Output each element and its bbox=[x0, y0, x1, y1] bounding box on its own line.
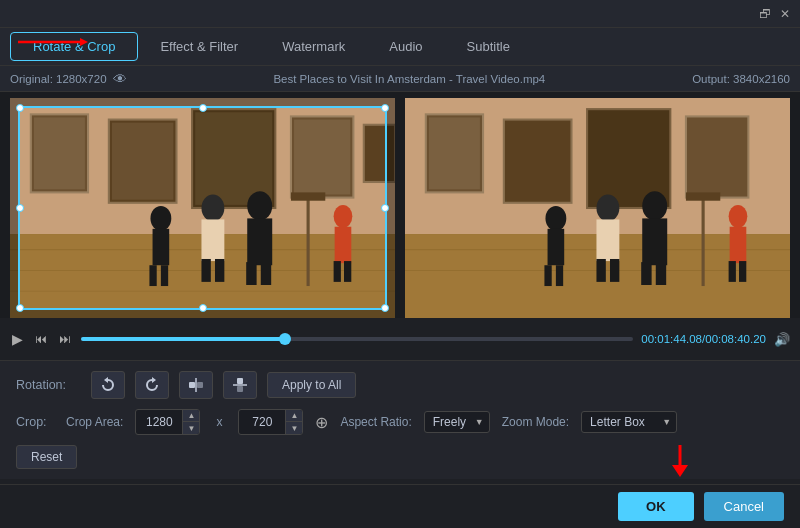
ok-button[interactable]: OK bbox=[618, 492, 694, 521]
video-filename: Best Places to Visit In Amsterdam - Trav… bbox=[273, 73, 545, 85]
video-previews bbox=[0, 92, 800, 318]
tab-bar: Rotate & Crop Effect & Filter Watermark … bbox=[0, 28, 800, 66]
svg-rect-27 bbox=[261, 262, 271, 285]
cancel-button[interactable]: Cancel bbox=[704, 492, 784, 521]
svg-rect-40 bbox=[504, 120, 572, 203]
zoom-mode-label: Zoom Mode: bbox=[502, 415, 569, 429]
aspect-ratio-label: Aspect Ratio: bbox=[340, 415, 411, 429]
svg-rect-62 bbox=[197, 382, 203, 388]
svg-rect-54 bbox=[656, 262, 666, 285]
svg-rect-46 bbox=[556, 265, 563, 286]
svg-rect-45 bbox=[544, 265, 551, 286]
video-info-bar: Original: 1280x720 👁 Best Places to Visi… bbox=[0, 66, 800, 92]
height-input-group: ▲ ▼ bbox=[238, 409, 303, 435]
svg-rect-14 bbox=[294, 120, 350, 195]
volume-icon[interactable]: 🔊 bbox=[774, 332, 790, 347]
rotation-row: Rotation: Apply to All bbox=[16, 371, 784, 399]
svg-rect-57 bbox=[729, 261, 736, 282]
play-button[interactable]: ▶ bbox=[10, 329, 25, 349]
svg-rect-22 bbox=[201, 259, 210, 282]
crop-row: Crop: Crop Area: ▲ ▼ x ▲ ▼ ⊕ Aspect Rati… bbox=[16, 409, 784, 435]
width-input[interactable] bbox=[136, 412, 182, 432]
svg-rect-15 bbox=[364, 125, 395, 182]
title-bar: 🗗 ✕ bbox=[0, 0, 800, 28]
svg-rect-8 bbox=[34, 117, 85, 189]
svg-rect-50 bbox=[610, 259, 619, 282]
timeline-thumb[interactable] bbox=[279, 333, 291, 345]
flip-horizontal-button[interactable] bbox=[179, 371, 213, 399]
right-video-frame bbox=[405, 98, 790, 318]
restore-button[interactable]: 🗗 bbox=[758, 7, 772, 21]
svg-point-16 bbox=[150, 206, 171, 231]
svg-rect-32 bbox=[307, 198, 310, 286]
svg-point-28 bbox=[334, 205, 353, 228]
svg-rect-49 bbox=[596, 259, 605, 282]
close-button[interactable]: ✕ bbox=[778, 7, 792, 21]
svg-rect-65 bbox=[237, 386, 243, 392]
reset-button[interactable]: Reset bbox=[16, 445, 77, 469]
svg-rect-56 bbox=[730, 227, 747, 263]
tab-audio[interactable]: Audio bbox=[367, 33, 444, 60]
svg-rect-19 bbox=[161, 265, 168, 286]
tab-watermark[interactable]: Watermark bbox=[260, 33, 367, 60]
original-resolution: Original: 1280x720 bbox=[10, 73, 107, 85]
svg-rect-44 bbox=[548, 229, 565, 265]
width-down-btn[interactable]: ▼ bbox=[183, 422, 199, 434]
svg-point-47 bbox=[596, 194, 619, 221]
dimension-separator: x bbox=[216, 415, 222, 429]
tab-subtitle[interactable]: Subtitle bbox=[445, 33, 532, 60]
svg-rect-39 bbox=[429, 117, 480, 189]
svg-rect-26 bbox=[246, 262, 256, 285]
left-video-frame bbox=[10, 98, 395, 318]
svg-rect-31 bbox=[344, 261, 351, 282]
prev-frame-button[interactable]: ⏮ bbox=[33, 330, 49, 348]
svg-point-55 bbox=[729, 205, 748, 228]
aspect-ratio-wrapper: Freely 16:9 4:3 1:1 9:16 ▼ bbox=[424, 411, 490, 433]
height-input[interactable] bbox=[239, 412, 285, 432]
svg-rect-12 bbox=[195, 112, 272, 205]
controls-area: Rotation: Apply to All Crop: Crop Area: bbox=[0, 360, 800, 479]
svg-rect-52 bbox=[642, 218, 667, 265]
svg-rect-21 bbox=[201, 219, 224, 261]
svg-rect-30 bbox=[334, 261, 341, 282]
right-video-canvas bbox=[405, 98, 790, 318]
rotate-cw-button[interactable] bbox=[135, 371, 169, 399]
red-arrow-indicator bbox=[8, 32, 88, 52]
svg-rect-58 bbox=[739, 261, 746, 282]
svg-point-20 bbox=[201, 194, 224, 221]
apply-to-all-button[interactable]: Apply to All bbox=[267, 372, 356, 398]
timeline-bar: ▶ ⏮ ⏭ 00:01:44.08/00:08:40.20 🔊 bbox=[0, 318, 800, 360]
timeline-fill bbox=[81, 337, 285, 341]
bottom-bar: OK Cancel bbox=[0, 484, 800, 528]
zoom-mode-wrapper: Letter Box Pan & Scan Full ▼ bbox=[581, 411, 677, 433]
svg-rect-23 bbox=[215, 259, 224, 282]
center-align-icon[interactable]: ⊕ bbox=[315, 413, 328, 432]
output-resolution: Output: 3840x2160 bbox=[692, 73, 790, 85]
width-up-btn[interactable]: ▲ bbox=[183, 410, 199, 422]
svg-rect-29 bbox=[335, 227, 352, 263]
height-down-btn[interactable]: ▼ bbox=[286, 422, 302, 434]
svg-rect-48 bbox=[596, 219, 619, 261]
height-up-btn[interactable]: ▲ bbox=[286, 410, 302, 422]
crop-label: Crop: bbox=[16, 415, 54, 429]
aspect-ratio-select[interactable]: Freely 16:9 4:3 1:1 9:16 bbox=[424, 411, 490, 433]
zoom-mode-select[interactable]: Letter Box Pan & Scan Full bbox=[581, 411, 677, 433]
svg-rect-25 bbox=[247, 218, 272, 265]
left-preview bbox=[10, 98, 395, 318]
svg-rect-33 bbox=[291, 192, 325, 200]
svg-rect-59 bbox=[702, 198, 705, 286]
svg-point-51 bbox=[642, 191, 667, 220]
timeline-progress[interactable] bbox=[81, 337, 633, 341]
next-frame-button[interactable]: ⏭ bbox=[57, 330, 73, 348]
flip-vertical-button[interactable] bbox=[223, 371, 257, 399]
time-display: 00:01:44.08/00:08:40.20 bbox=[641, 333, 766, 345]
svg-marker-1 bbox=[80, 38, 88, 46]
eye-icon[interactable]: 👁 bbox=[113, 71, 127, 87]
svg-rect-18 bbox=[149, 265, 156, 286]
svg-rect-42 bbox=[686, 116, 748, 197]
right-preview bbox=[405, 98, 790, 318]
svg-rect-60 bbox=[686, 192, 720, 200]
svg-rect-10 bbox=[112, 123, 173, 200]
tab-effect-filter[interactable]: Effect & Filter bbox=[138, 33, 260, 60]
rotate-ccw-button[interactable] bbox=[91, 371, 125, 399]
